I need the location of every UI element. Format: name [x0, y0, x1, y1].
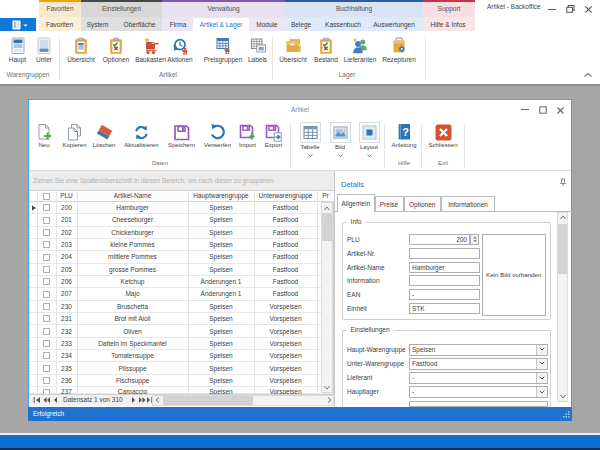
svg-text:?: ? — [402, 126, 409, 138]
